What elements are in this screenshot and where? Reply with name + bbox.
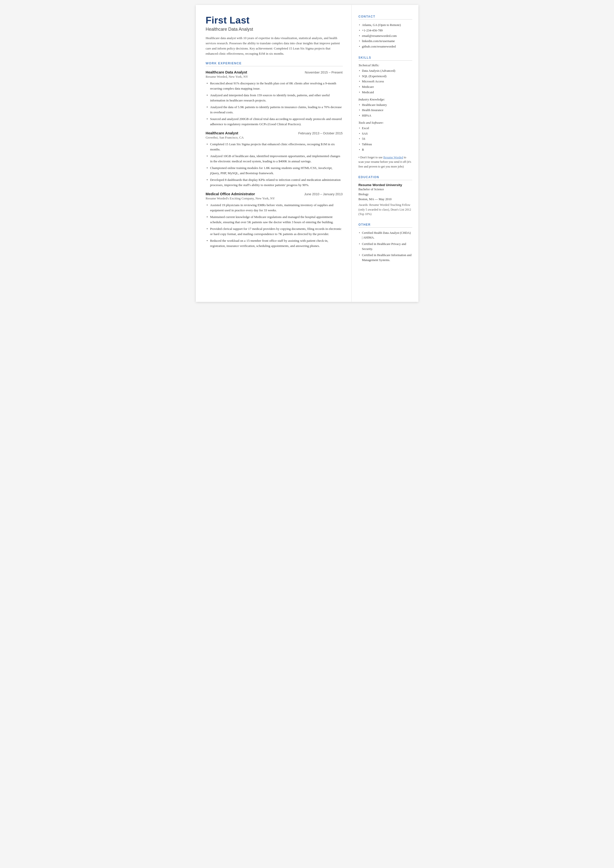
skill-item-1-1: Health Insurance: [358, 108, 412, 113]
job-bullets-2: Assisted 19 physicians in reviewing EMRs…: [206, 202, 343, 248]
education-header: EDUCATION: [358, 175, 412, 180]
contact-item-0: Atlanta, GA (Open to Remote): [358, 23, 412, 28]
job-1-bullet-0: Completed 15 Lean Six Sigma projects tha…: [206, 141, 343, 152]
job-1-bullet-2: Championed online training modules for 1…: [206, 165, 343, 175]
job-0-bullet-3: Sourced and analyzed 200GB of clinical t…: [206, 116, 343, 127]
skills-note: • Don't forget to use Resume Worded to s…: [358, 155, 412, 169]
skill-item-0-4: Medicaid: [358, 90, 412, 95]
job-bullets-1: Completed 15 Lean Six Sigma projects tha…: [206, 141, 343, 188]
right-column: CONTACT Atlanta, GA (Open to Remote)+1-2…: [352, 5, 419, 302]
contact-item-2: email@resumeworded.com: [358, 33, 412, 39]
job-1-bullet-1: Analyzed 10GB of healthcare data, identi…: [206, 154, 343, 164]
candidate-name: First Last: [206, 15, 343, 26]
resume-page: First Last Healthcare Data Analyst Healt…: [196, 5, 419, 302]
skills-list-1: Healthcare IndustryHealth InsuranceHIPAA: [358, 102, 412, 118]
skills-list-2: ExcelSAS5STableauR: [358, 126, 412, 153]
job-dates-0: November 2015 – Present: [305, 70, 343, 74]
job-1: Healthcare AnalystFebruary 2013 – Octobe…: [206, 131, 343, 188]
skill-item-2-4: R: [358, 147, 412, 153]
skill-item-2-3: Tableau: [358, 142, 412, 147]
left-column: First Last Healthcare Data Analyst Healt…: [196, 5, 352, 302]
contact-item-3: linkedin.com/in/username: [358, 39, 412, 44]
job-company-2: Resume Worded's Exciting Company, New Yo…: [206, 196, 343, 200]
summary-text: Healthcare data analyst with 10 years of…: [206, 36, 343, 56]
job-title-0: Healthcare Data Analyst: [206, 70, 247, 74]
skill-item-0-1: SQL (Experienced): [358, 74, 412, 79]
job-dates-2: June 2010 – January 2013: [304, 192, 343, 196]
skills-category-2: Tools and Software:: [358, 121, 412, 125]
skills-section: SKILLS Technical Skills:Data Analysis (A…: [358, 56, 412, 169]
job-2: Medical Office AdministratorJune 2010 – …: [206, 192, 343, 248]
skills-category-1: Industry Knowledge:: [358, 98, 412, 101]
candidate-title: Healthcare Data Analyst: [206, 27, 343, 32]
contact-list: Atlanta, GA (Open to Remote)+1-234-456-7…: [358, 23, 412, 50]
job-0-bullet-2: Analyzed the data of 5.9K patients to id…: [206, 104, 343, 115]
other-section: OTHER Certified Health Data Analyst (CHD…: [358, 223, 412, 262]
contact-header: CONTACT: [358, 15, 412, 20]
job-title-1: Healthcare Analyst: [206, 131, 239, 135]
skills-container: Technical Skills:Data Analysis (Advanced…: [358, 64, 412, 153]
contact-section: CONTACT Atlanta, GA (Open to Remote)+1-2…: [358, 15, 412, 50]
job-company-1: Growthsi, San Francisco, CA: [206, 136, 343, 140]
job-2-bullet-0: Assisted 19 physicians in reviewing EMRs…: [206, 202, 343, 213]
skill-item-1-2: HIPAA: [358, 113, 412, 118]
skills-category-0: Technical Skills:: [358, 64, 412, 67]
education-section: EDUCATION Resume Worded University Bache…: [358, 175, 412, 216]
jobs-container: Healthcare Data AnalystNovember 2015 – P…: [206, 70, 343, 248]
job-title-2: Medical Office Administrator: [206, 192, 255, 196]
edu-location-date: Boston, MA — May 2010: [358, 197, 412, 202]
job-company-0: Resume Worded, New York, NY: [206, 75, 343, 79]
contact-item-4: github.com/resumeworded: [358, 44, 412, 50]
edu-school: Resume Worded University: [358, 183, 412, 187]
skill-item-2-0: Excel: [358, 126, 412, 131]
other-header: OTHER: [358, 223, 412, 228]
job-0-bullet-1: Analyzed and interpreted data from 159 s…: [206, 93, 343, 103]
skill-item-0-0: Data Analysis (Advanced): [358, 68, 412, 74]
other-item-0: Certified Health Data Analyst (CHDA) | A…: [358, 231, 412, 240]
skills-header: SKILLS: [358, 56, 412, 61]
edu-degree: Bachelor of Science: [358, 187, 412, 192]
skill-item-2-2: 5S: [358, 136, 412, 142]
other-item-1: Certified in Healthcare Privacy and Secu…: [358, 242, 412, 252]
job-bullets-0: Reconciled about 91% discrepancy in the …: [206, 81, 343, 127]
work-experience-header: WORK EXPERIENCE: [206, 62, 343, 66]
skill-item-1-0: Healthcare Industry: [358, 102, 412, 108]
job-1-bullet-3: Developed 8 dashboards that display KPIs…: [206, 177, 343, 188]
job-2-bullet-1: Maintained current knowledge of Medicare…: [206, 214, 343, 225]
contact-item-1: +1-234-456-789: [358, 28, 412, 33]
edu-field: Biology: [358, 192, 412, 197]
skill-item-0-3: Medicare: [358, 84, 412, 90]
other-container: Certified Health Data Analyst (CHDA) | A…: [358, 231, 412, 262]
job-2-bullet-2: Provided clerical support for 17 medical…: [206, 226, 343, 236]
job-dates-1: February 2013 – October 2015: [298, 131, 343, 135]
edu-awards: Awards: Resume Worded Teaching Fellow (o…: [358, 203, 412, 216]
skills-list-0: Data Analysis (Advanced)SQL (Experienced…: [358, 68, 412, 95]
skill-item-0-2: Microsoft Access: [358, 79, 412, 84]
other-item-2: Certified in Healthcare Information and …: [358, 253, 412, 262]
job-2-bullet-3: Reduced the workload on a 15-member fron…: [206, 238, 343, 248]
job-0-bullet-0: Reconciled about 91% discrepancy in the …: [206, 81, 343, 91]
job-0: Healthcare Data AnalystNovember 2015 – P…: [206, 70, 343, 127]
skill-item-2-1: SAS: [358, 131, 412, 137]
resume-worded-link[interactable]: Resume Worded: [383, 156, 403, 159]
